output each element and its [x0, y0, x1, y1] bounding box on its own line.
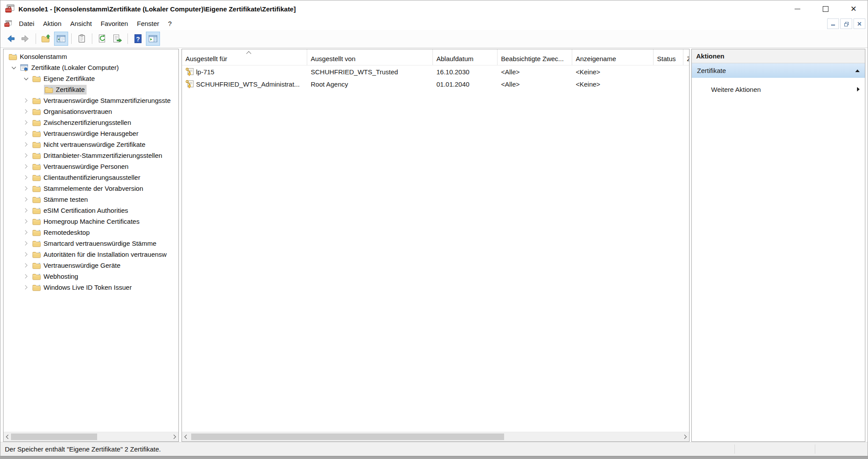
chevron-right-icon[interactable]: [20, 183, 32, 194]
chevron-right-icon[interactable]: [20, 139, 32, 150]
export-list-button[interactable]: [110, 32, 124, 46]
chevron-right-icon[interactable]: [20, 128, 32, 139]
mmc-child-icon: [4, 20, 12, 28]
tree-item-webhosting[interactable]: Webhosting: [4, 271, 178, 282]
menu-favoriten[interactable]: Favoriten: [96, 20, 133, 27]
title-bar: Konsole1 - [Konsolenstamm\Zertifikate (L…: [0, 0, 868, 17]
column-header-ablaufdatum[interactable]: Ablaufdatum: [433, 49, 498, 65]
tree-item-drittanbieter-stammzertifizierungsstellen[interactable]: Drittanbieter-Stammzertifizierungsstelle…: [4, 150, 178, 161]
actions-item-weitere-aktionen[interactable]: Weitere Aktionen: [692, 83, 865, 95]
menu-fenster[interactable]: Fenster: [132, 20, 163, 27]
tree-horizontal-scrollbar[interactable]: [4, 432, 178, 441]
chevron-right-icon[interactable]: [20, 271, 32, 282]
list-horizontal-scrollbar[interactable]: [182, 432, 689, 441]
column-header-ausgestellt-von[interactable]: Ausgestellt von: [307, 49, 433, 65]
maximize-button[interactable]: [811, 0, 839, 17]
folder-icon: [32, 173, 41, 182]
chevron-right-icon[interactable]: [20, 172, 32, 183]
show-console-tree-button[interactable]: [54, 32, 68, 46]
tree-item-vertrauenswuerdige-geraete[interactable]: Vertrauenswürdige Geräte: [4, 260, 178, 271]
tree-item-clientauthentifizierungsaussteller[interactable]: Clientauthentifizierungsaussteller: [4, 172, 178, 183]
up-one-level-button[interactable]: [39, 32, 53, 46]
help-button[interactable]: [131, 32, 145, 46]
column-header-zertifikatvorlage[interactable]: Zerti: [683, 49, 689, 65]
paste-icon: [76, 33, 87, 44]
actions-group-zertifikate[interactable]: Zertifikate: [692, 63, 865, 78]
chevron-right-icon[interactable]: [20, 117, 32, 128]
chevron-down-icon[interactable]: [20, 73, 32, 84]
paste-button[interactable]: [75, 32, 89, 46]
tree-item-stammelemente-der-vorabversion[interactable]: Stammelemente der Vorabversion: [4, 183, 178, 194]
scrollbar-thumb[interactable]: [11, 434, 97, 440]
chevron-right-icon[interactable]: [20, 238, 32, 249]
table-row-schuhfried-wts-administrator[interactable]: SCHUHFRIED_WTS_Administrat... Root Agenc…: [182, 78, 689, 90]
tree-item-smartcard-vertrauenswuerdige-staemme[interactable]: Smartcard vertrauenswürdige Stämme: [4, 238, 178, 249]
tree-item-nicht-vertrauenswuerdige-zertifikate[interactable]: Nicht vertrauenswürdige Zertifikate: [4, 139, 178, 150]
refresh-icon: [97, 33, 108, 44]
menu-ansicht[interactable]: Ansicht: [66, 20, 96, 27]
tree-item-konsolenstamm[interactable]: Konsolenstamm: [4, 51, 178, 62]
tree-item-vertrauenswuerdige-herausgeber[interactable]: Vertrauenswürdige Herausgeber: [4, 128, 178, 139]
tree-item-vertrauenswuerdige-stammzertifizierungsstellen[interactable]: Vertrauenswürdige Stammzertifizierungsst…: [4, 95, 178, 106]
maximize-icon: [823, 6, 828, 12]
back-button[interactable]: [4, 32, 18, 46]
chevron-right-icon[interactable]: [20, 161, 32, 172]
tree-item-windows-live-id-token-issuer[interactable]: Windows Live ID Token Issuer: [4, 282, 178, 293]
menu-hilfe[interactable]: ?: [163, 20, 176, 27]
chevron-right-icon[interactable]: [20, 249, 32, 260]
chevron-right-icon[interactable]: [20, 205, 32, 216]
forward-button[interactable]: [18, 32, 33, 46]
column-header-ausgestellt-fuer[interactable]: Ausgestellt für: [182, 49, 307, 65]
scroll-left-arrow-icon[interactable]: [182, 432, 190, 441]
tree-item-autoritaeten-installation[interactable]: Autoritäten für die Installation vertrau…: [4, 249, 178, 260]
menu-bar: Datei Aktion Ansicht Favoriten Fenster ?: [0, 17, 868, 30]
scroll-right-arrow-icon[interactable]: [171, 432, 178, 441]
scroll-left-arrow-icon[interactable]: [4, 432, 11, 441]
column-header-beabsichtigte-zwecke[interactable]: Beabsichtigte Zwec...: [498, 49, 572, 65]
tree-item-esim-certification-authorities[interactable]: eSIM Certification Authorities: [4, 205, 178, 216]
mdi-restore-button[interactable]: [840, 18, 852, 29]
chevron-right-icon[interactable]: [20, 227, 32, 238]
mdi-close-button[interactable]: ✕: [853, 18, 865, 29]
tree-item-zwischenzertifizierungsstellen[interactable]: Zwischenzertifizierungsstellen: [4, 117, 178, 128]
actions-group-label: Zertifikate: [697, 67, 855, 74]
column-header-anzeigename[interactable]: Anzeigename: [572, 49, 654, 65]
chevron-right-icon[interactable]: [20, 216, 32, 227]
menu-aktion[interactable]: Aktion: [39, 20, 66, 27]
mdi-minimize-button[interactable]: [827, 18, 839, 29]
menu-datei[interactable]: Datei: [15, 20, 39, 27]
certificate-icon: [185, 67, 194, 76]
folder-icon: [32, 206, 41, 215]
chevron-right-icon[interactable]: [20, 150, 32, 161]
tree-item-zertifikate-lokaler-computer[interactable]: Zertifikate (Lokaler Computer): [4, 62, 178, 73]
tree-item-remotedesktop[interactable]: Remotedesktop: [4, 227, 178, 238]
tree-item-homegroup-machine-certificates[interactable]: Homegroup Machine Certificates: [4, 216, 178, 227]
actions-pane-title: Aktionen: [692, 49, 865, 63]
chevron-right-icon[interactable]: [20, 95, 32, 106]
mmc-app-icon: [5, 4, 15, 14]
certificate-store-icon: [20, 63, 29, 72]
close-button[interactable]: ✕: [839, 0, 868, 17]
table-row-lp-715[interactable]: lp-715 SCHUHFRIED_WTS_Trusted 16.10.2030…: [182, 66, 689, 78]
tree-item-staemme-testen[interactable]: Stämme testen: [4, 194, 178, 205]
scrollbar-thumb[interactable]: [191, 434, 504, 440]
collapse-group-icon[interactable]: [855, 69, 860, 72]
chevron-down-icon[interactable]: [8, 62, 19, 73]
certificate-list-pane: Ausgestellt für Ausgestellt von Ablaufda…: [182, 49, 690, 442]
chevron-right-icon[interactable]: [20, 194, 32, 205]
tree-item-vertrauenswuerdige-personen[interactable]: Vertrauenswürdige Personen: [4, 161, 178, 172]
up-one-level-icon: [41, 33, 51, 44]
toolbar-separator: [71, 33, 72, 44]
scroll-right-arrow-icon[interactable]: [681, 432, 689, 441]
minimize-button[interactable]: [783, 0, 811, 17]
tree-item-eigene-zertifikate[interactable]: Eigene Zertifikate: [4, 73, 178, 84]
refresh-button[interactable]: [95, 32, 109, 46]
column-header-status[interactable]: Status: [654, 49, 683, 65]
chevron-right-icon[interactable]: [20, 282, 32, 293]
tree-item-zertifikate-selected[interactable]: Zertifikate: [4, 84, 178, 95]
chevron-right-icon[interactable]: [20, 260, 32, 271]
chevron-right-icon[interactable]: [20, 106, 32, 117]
tree-item-organisationsvertrauen[interactable]: Organisationsvertrauen: [4, 106, 178, 117]
folder-icon: [32, 74, 41, 83]
show-action-pane-button[interactable]: [146, 32, 160, 46]
